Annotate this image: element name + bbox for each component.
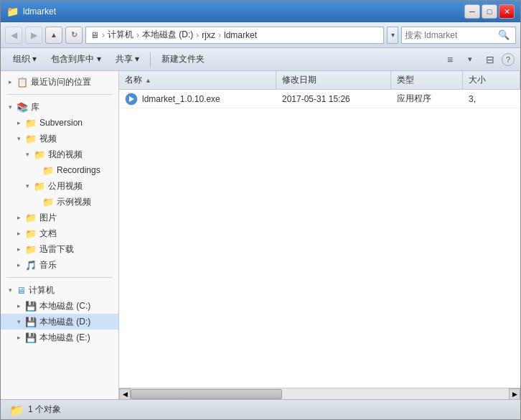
file-type: 应用程序 <box>397 93 431 105</box>
forward-button[interactable]: ▶ <box>25 27 42 44</box>
file-area: 名称 ▲ 修改日期 类型 大小 <box>119 71 520 399</box>
expand-arrow-document: ▸ <box>15 230 22 237</box>
sidebar-item-drive-e[interactable]: ▸ 💾 本地磁盘 (E:) <box>1 330 118 345</box>
status-icon: 📁 <box>9 403 22 416</box>
sidebar-item-subversion[interactable]: ▸ 📁 Subversion <box>1 115 118 131</box>
file-icon <box>125 93 138 106</box>
document-label: 文档 <box>39 228 57 240</box>
file-type-cell: 应用程序 <box>391 90 463 108</box>
recordings-label: Recordings <box>57 165 100 175</box>
view-mode-dropdown[interactable]: ▾ <box>461 51 479 68</box>
table-row[interactable]: ldmarket_1.0.10.exe 2017-05-31 15:26 应用程… <box>119 90 520 108</box>
title-bar: 📁 ldmarket ─ □ ✕ <box>1 1 520 22</box>
subversion-icon: 📁 <box>25 118 37 129</box>
sidebar-computer-section: ▾ 🖥 计算机 ▸ 💾 本地磁盘 (C:) ▾ 💾 本地磁盘 (D:) ▸ 💾 <box>1 279 118 348</box>
sidebar-item-library[interactable]: ▾ 📚 库 <box>1 99 118 115</box>
refresh-button[interactable]: ↻ <box>65 27 83 44</box>
expand-arrow-drive-e: ▸ <box>15 334 22 341</box>
sidebar-item-recordings[interactable]: ▸ 📁 Recordings <box>1 162 118 178</box>
sidebar-recent-section: ▸ 📋 最近访问的位置 <box>1 71 118 93</box>
recordings-icon: 📁 <box>42 165 54 176</box>
expand-arrow-computer: ▾ <box>6 286 14 294</box>
sidebar-item-recent-locations[interactable]: ▸ 📋 最近访问的位置 <box>1 74 118 90</box>
path-sep4: › <box>218 30 221 40</box>
scroll-thumb[interactable] <box>131 389 282 399</box>
address-bar: ◀ ▶ ▲ ↻ 🖥 › 计算机 › 本地磁盘 (D:) › rjxz › ldm… <box>1 22 520 48</box>
col-size[interactable]: 大小 <box>463 71 520 89</box>
document-icon: 📁 <box>25 228 37 239</box>
search-icon[interactable]: 🔍 <box>498 29 510 40</box>
file-size-cell: 3, <box>463 90 520 108</box>
thunder-icon: 📁 <box>25 244 37 255</box>
video-icon: 📁 <box>25 134 37 144</box>
sidebar-item-picture[interactable]: ▸ 📁 图片 <box>1 210 118 225</box>
drive-d-icon: 💾 <box>25 317 37 327</box>
col-type-label: 类型 <box>397 74 414 86</box>
library-label: 库 <box>31 101 39 113</box>
scroll-right-arrow[interactable]: ▶ <box>509 388 520 400</box>
path-sep3: › <box>196 30 199 40</box>
drive-d-label: 本地磁盘 (D:) <box>39 316 90 328</box>
file-name: ldmarket_1.0.10.exe <box>142 94 220 104</box>
sidebar-library-section: ▾ 📚 库 ▸ 📁 Subversion ▾ 📁 视频 ▾ 📁 <box>1 96 118 276</box>
file-date-cell: 2017-05-31 15:26 <box>276 90 391 108</box>
share-button[interactable]: 共享 ▾ <box>109 50 146 69</box>
close-button[interactable]: ✕ <box>499 4 515 19</box>
sidebar-item-drive-d[interactable]: ▾ 💾 本地磁盘 (D:) <box>1 314 118 330</box>
horizontal-scrollbar: ◀ ▶ <box>119 388 520 399</box>
drive-e-icon: 💾 <box>25 332 37 343</box>
up-button[interactable]: ▲ <box>45 27 62 44</box>
minimize-button[interactable]: ─ <box>464 4 480 19</box>
window-icon: 📁 <box>6 6 19 17</box>
col-size-label: 大小 <box>469 74 486 86</box>
path-part-d: 本地磁盘 (D:) <box>142 29 193 41</box>
sidebar-item-thunder[interactable]: ▸ 📁 迅雷下载 <box>1 241 118 257</box>
sample-video-icon: 📁 <box>42 197 54 207</box>
path-computer: 🖥 <box>90 30 99 40</box>
library-icon: 📚 <box>17 102 28 113</box>
sidebar-item-my-video[interactable]: ▾ 📁 我的视频 <box>1 146 118 162</box>
scroll-track[interactable] <box>131 388 509 400</box>
music-icon: 🎵 <box>25 260 37 271</box>
status-count: 1 个对象 <box>28 403 61 416</box>
sidebar-item-document[interactable]: ▸ 📁 文档 <box>1 225 118 241</box>
sidebar-item-music[interactable]: ▸ 🎵 音乐 <box>1 257 118 273</box>
view-mode-button-1[interactable]: ≡ <box>441 51 459 68</box>
new-folder-button[interactable]: 新建文件夹 <box>155 50 211 69</box>
sidebar-item-video[interactable]: ▾ 📁 视频 <box>1 131 118 146</box>
file-header: 名称 ▲ 修改日期 类型 大小 <box>119 71 520 90</box>
search-input[interactable] <box>405 30 498 40</box>
status-bar: 📁 1 个对象 <box>1 399 520 419</box>
organize-button[interactable]: 组织 ▾ <box>6 50 43 69</box>
address-path[interactable]: 🖥 › 计算机 › 本地磁盘 (D:) › rjxz › ldmarket <box>85 27 384 44</box>
drive-c-icon: 💾 <box>25 301 37 312</box>
file-name-cell: ldmarket_1.0.10.exe <box>119 90 276 108</box>
scroll-left-arrow[interactable]: ◀ <box>119 388 131 400</box>
path-sep2: › <box>136 30 139 40</box>
title-bar-controls: ─ □ ✕ <box>464 4 515 19</box>
sidebar-item-computer[interactable]: ▾ 🖥 计算机 <box>1 282 118 298</box>
back-button[interactable]: ◀ <box>5 27 22 44</box>
title-bar-left: 📁 ldmarket <box>6 6 56 17</box>
sidebar-item-sample-video[interactable]: ▸ 📁 示例视频 <box>1 194 118 210</box>
picture-label: 图片 <box>39 212 57 224</box>
col-date[interactable]: 修改日期 <box>276 71 391 89</box>
help-button[interactable]: ? <box>502 53 515 66</box>
explorer-window: 📁 ldmarket ─ □ ✕ ◀ ▶ ▲ ↻ 🖥 › 计算机 › 本地磁盘 … <box>0 0 521 420</box>
sidebar-item-drive-c[interactable]: ▸ 💾 本地磁盘 (C:) <box>1 298 118 314</box>
public-video-icon: 📁 <box>34 181 45 192</box>
my-video-label: 我的视频 <box>48 149 83 161</box>
thunder-label: 迅雷下载 <box>39 243 74 256</box>
include-library-button[interactable]: 包含到库中 ▾ <box>44 50 107 69</box>
computer-label: 计算机 <box>29 284 55 297</box>
sidebar-item-public-video[interactable]: ▾ 📁 公用视频 <box>1 178 118 194</box>
expand-arrow-video: ▾ <box>15 135 22 142</box>
music-label: 音乐 <box>39 259 57 271</box>
path-part-ldmarket: ldmarket <box>224 30 257 40</box>
view-mode-button-2[interactable]: ⊟ <box>482 51 499 68</box>
col-date-label: 修改日期 <box>282 74 316 86</box>
col-name[interactable]: 名称 ▲ <box>119 71 276 89</box>
path-dropdown-arrow[interactable]: ▾ <box>387 27 398 44</box>
col-type[interactable]: 类型 <box>391 71 463 89</box>
maximize-button[interactable]: □ <box>482 4 497 19</box>
